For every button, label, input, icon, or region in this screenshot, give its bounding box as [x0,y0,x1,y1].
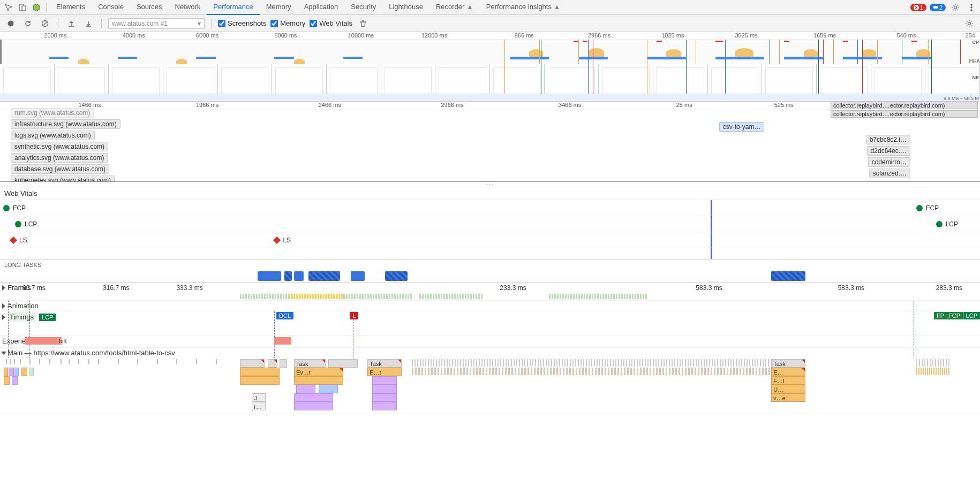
more-menu-icon[interactable] [965,1,978,14]
experience-track[interactable]: Experience hift [0,336,980,348]
tab-performance[interactable]: Performance [207,0,259,15]
frame-block[interactable]: J [252,393,266,402]
lcp-label: LCP [946,220,958,228]
network-request[interactable]: solarized.… [869,169,910,178]
ls-marker-icon [10,236,17,243]
network-request[interactable]: collector.replaybird.…ector.replaybird.c… [831,102,978,109]
svg-point-6 [971,4,973,5]
frame-block[interactable]: U… [771,385,805,393]
network-request[interactable]: b7cbc8c2.i… [866,135,910,144]
device-toggle-icon[interactable] [16,1,29,14]
network-request[interactable]: rum.svg (www.atatus.com) [11,108,94,118]
tab-lighthouse[interactable]: Lighthouse [382,0,429,15]
inspect-icon[interactable] [2,1,15,14]
expand-icon[interactable] [2,315,5,320]
network-request[interactable]: database.svg (www.atatus.com) [11,164,109,174]
event-block[interactable]: E… [771,368,805,376]
event-block[interactable]: Ev…t [294,368,343,376]
messages-badge[interactable]: 2 [930,4,946,11]
svg-marker-2 [33,4,40,11]
fcp-label: FCP [926,204,939,212]
tab-perf-insights[interactable]: Performance insights ▲ [480,0,567,15]
devtools-main-toolbar: Elements Console Sources Network Perform… [0,0,980,15]
task-block[interactable]: Task [771,359,805,368]
network-request[interactable]: synthetic.svg (www.atatus.com) [11,142,108,151]
expand-icon[interactable] [2,303,5,309]
main-thread-track[interactable]: Main — https://www.atatus.com/tools/html… [0,348,980,414]
fcp-label: FCP [13,204,26,212]
capture-settings-gear-icon[interactable] [963,17,976,30]
collapse-icon[interactable] [1,352,6,355]
recording-selector[interactable]: www.atatus.com #1▾ [108,18,205,29]
tab-network[interactable]: Network [169,0,207,15]
network-request[interactable]: infrastructure.svg (www.atatus.com) [11,119,120,129]
download-icon[interactable] [82,17,95,30]
tab-console[interactable]: Console [92,0,130,15]
upload-icon[interactable] [65,17,78,30]
webvitals-track: Web Vitals FCP FCP LCP LCP LS LS [0,187,980,260]
overview-pane[interactable]: 2000 ms 4000 ms 6000 ms 8000 ms 10000 ms… [0,32,980,64]
lcp-marker-icon [15,221,21,227]
long-tasks-track: LONG TASKS [0,260,980,283]
heap-label: HEA [969,58,980,64]
network-request[interactable]: kubernetes.svg (www.atatus.com) [11,175,115,182]
resize-handle[interactable]: ∙∙∙ [0,182,980,187]
network-request[interactable]: analytics.svg (www.atatus.com) [11,153,108,163]
fp-marker[interactable]: FP [934,312,947,319]
longtasks-header: LONG TASKS [0,260,980,270]
fcp-marker-icon [916,205,923,211]
tab-security[interactable]: Security [344,0,382,15]
frame-block[interactable]: v…e [771,393,805,402]
record-icon[interactable] [4,17,17,30]
load-marker[interactable]: L [350,312,358,319]
network-track[interactable]: 1466 ms 1966 ms 2466 ms 2966 ms 3466 ms … [0,102,980,182]
network-request[interactable]: d2dc64ec.… [867,146,910,156]
svg-point-12 [968,22,971,25]
frame-block[interactable]: r… [252,402,266,410]
fcp-marker[interactable]: FCP [946,312,963,319]
memory-checkbox[interactable]: Memory [270,19,305,27]
lcp-label: LCP [25,220,37,228]
webvitals-header: Web Vitals [0,187,980,200]
overview-ruler: 2000 ms 4000 ms 6000 ms 8000 ms 10000 ms… [0,32,980,40]
task-block[interactable]: Task [367,359,402,368]
animation-track[interactable]: Animation [0,301,980,311]
timings-track[interactable]: Timings LCP DCL L FP FCP LCP [0,311,980,336]
ls-marker-icon [273,236,281,243]
network-request[interactable]: codemirro… [868,157,910,167]
frame-block[interactable]: F…l [771,376,805,385]
expand-icon[interactable] [2,285,5,291]
fcp-marker-icon [3,205,10,211]
dcl-marker[interactable]: DCL [276,312,293,319]
trash-icon[interactable] [357,17,370,30]
svg-point-9 [8,21,13,26]
panel-tabs: Elements Console Sources Network Perform… [50,0,909,15]
tab-memory[interactable]: Memory [260,0,298,15]
svg-point-8 [971,9,973,11]
tab-elements[interactable]: Elements [50,0,92,15]
network-request[interactable]: collector.replaybird.…ector.replaybird.c… [831,110,978,118]
tab-recorder[interactable]: Recorder ▲ [429,0,480,15]
cpu-label: CP [972,40,979,45]
tab-sources[interactable]: Sources [130,0,169,15]
screenshots-filmstrip[interactable]: 9.9 MB – 58.5 M NE [0,64,980,102]
network-request[interactable]: logs.svg (www.atatus.com) [11,131,95,140]
frames-track[interactable]: Frames 66.7 ms 316.7 ms 333.3 ms 233.3 m… [0,283,980,301]
svg-rect-1 [22,6,26,11]
tab-application[interactable]: Application [298,0,345,15]
node-icon[interactable] [30,1,43,14]
performance-toolbar: www.atatus.com #1▾ Screenshots Memory We… [0,15,980,32]
webvitals-checkbox[interactable]: Web Vitals [310,19,352,27]
settings-gear-icon[interactable] [949,1,962,14]
event-block[interactable]: E…t [367,368,402,376]
network-request[interactable]: csv-to-yam… [719,122,765,132]
reload-icon[interactable] [21,17,34,30]
task-block[interactable]: Task [294,359,326,368]
memory-range-label: 9.9 MB – 58.5 M [944,96,979,101]
errors-badge[interactable]: 1 [910,4,926,11]
clear-icon[interactable] [39,17,51,30]
lcp-marker[interactable]: LCP [963,312,980,319]
ls-label: LS [283,236,291,244]
screenshots-checkbox[interactable]: Screenshots [218,19,266,27]
svg-point-5 [954,6,957,9]
